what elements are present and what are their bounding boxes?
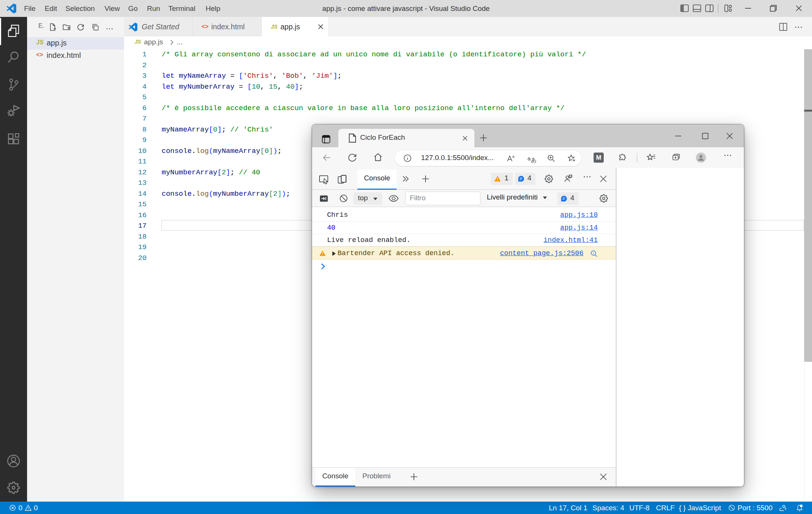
svg-text:a: a <box>527 155 531 162</box>
svg-text:あ: あ <box>531 157 536 163</box>
